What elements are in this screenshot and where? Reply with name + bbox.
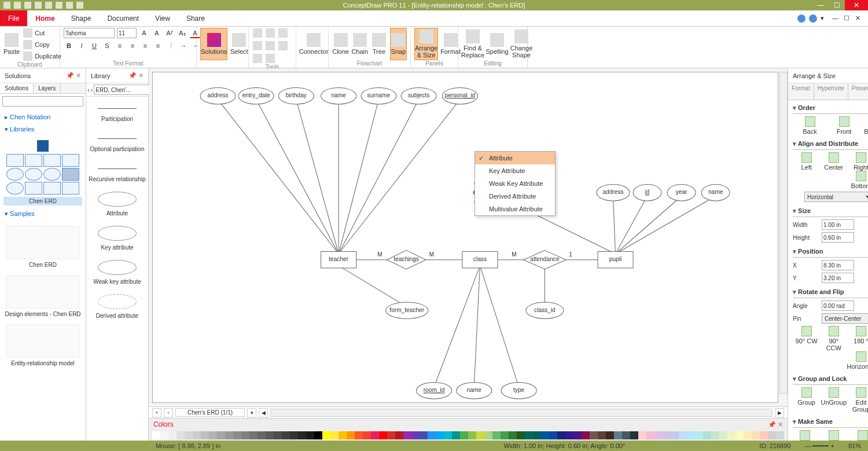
sample-item[interactable]: Entity-relationship model [0,321,86,370]
color-swatch[interactable] [168,431,176,439]
diagram[interactable]: address entry_date birthday name surname… [153,72,778,402]
strike-button[interactable]: S [102,41,112,51]
color-swatch[interactable] [411,431,420,439]
editgroup-button[interactable]: Edit Group [849,387,868,413]
color-swatch[interactable] [152,431,160,439]
same-size-button[interactable]: Size [793,430,817,441]
color-swatch[interactable] [727,431,735,439]
clone-button[interactable]: Clone [332,28,349,60]
color-swatch[interactable] [201,431,209,439]
rot-180-button[interactable]: 180 ° [849,326,868,351]
ctx-item-derived[interactable]: Derived Attribute [475,190,555,203]
cut-button[interactable]: Cut [22,28,62,38]
color-swatch[interactable] [249,431,258,439]
tree-button[interactable]: Tree [370,28,387,60]
paste-button[interactable]: Paste [3,28,20,60]
sec-position[interactable]: Position [793,246,868,258]
sup-button[interactable]: A² [164,28,175,38]
tab-home[interactable]: Home [27,10,62,26]
same-height-button[interactable]: Height [851,430,868,441]
color-swatch[interactable] [403,431,411,439]
thumb[interactable] [6,182,24,195]
color-swatch[interactable] [241,431,249,439]
tab-document[interactable]: Document [99,10,147,26]
tab-share[interactable]: Share [178,10,213,26]
rot-ccw-button[interactable]: 90° CCW [822,326,846,351]
color-swatch[interactable] [598,431,606,439]
color-swatch[interactable] [217,431,225,439]
lib-item[interactable]: Derived attribute [86,289,148,324]
group-button[interactable]: Group [795,387,819,413]
color-swatch[interactable] [460,431,468,439]
color-swatch[interactable] [606,431,614,439]
rot-cw-button[interactable]: 90° CW [795,326,819,351]
angle-input[interactable] [822,300,854,311]
solutions-button[interactable]: Solutions [200,28,227,60]
thumb[interactable] [25,168,42,181]
align-right-button[interactable]: Right [849,152,868,171]
thumb[interactable] [6,168,24,181]
color-swatch[interactable] [622,431,630,439]
tree-chen-notation[interactable]: Chen Notation [5,111,81,123]
tab-shape[interactable]: Shape [63,10,100,26]
thumb[interactable] [62,182,79,195]
tree-libraries[interactable]: Libraries [5,123,81,135]
change-shape-button[interactable]: Change Shape [510,28,532,60]
color-swatch[interactable] [363,431,371,439]
page-dropdown[interactable]: ▾ [247,408,256,417]
tab-solutions[interactable]: Solutions [0,83,34,93]
lib-item[interactable]: Attribute [86,187,148,221]
sample-item[interactable]: Chen ERD [0,222,86,272]
lib-item[interactable]: Recursive relationship [86,157,148,187]
thumb[interactable] [6,154,24,167]
color-swatch[interactable] [274,431,282,439]
chain-button[interactable]: Chain [351,28,368,60]
align-left-button[interactable]: Left [795,152,819,171]
indent-button[interactable]: → [178,41,189,51]
color-swatch[interactable] [160,431,168,439]
color-swatch[interactable] [638,431,646,439]
duplicate-button[interactable]: Duplicate [22,51,62,61]
color-swatch[interactable] [760,431,768,439]
sec-align[interactable]: Align and Distribute [793,138,868,150]
color-swatch[interactable] [209,431,217,439]
thumb[interactable] [25,182,42,195]
back-button[interactable]: Back [798,116,822,135]
color-swatch[interactable] [646,431,654,439]
color-swatch[interactable] [565,431,573,439]
rtab-format[interactable]: Format [788,83,814,100]
color-swatch[interactable] [582,431,590,439]
chevron-icon[interactable]: ▾ [821,14,829,23]
mdi-close-icon[interactable]: ✕ [855,14,863,23]
height-input[interactable] [822,232,854,243]
dist-h-icon[interactable] [793,193,801,201]
color-swatch[interactable] [517,431,525,439]
width-input[interactable] [822,219,854,230]
dec-size-button[interactable]: A [152,28,162,38]
color-swatch[interactable] [436,431,444,439]
color-swatch[interactable] [492,431,501,439]
tool-button[interactable] [252,28,263,38]
color-swatch[interactable] [541,431,549,439]
y-input[interactable] [822,273,854,283]
tool-button[interactable] [265,53,275,64]
align-right-button[interactable]: ≡ [140,41,150,51]
sec-group[interactable]: Group and Lock [793,373,868,385]
mdi-min-icon[interactable]: — [832,14,840,23]
scroll-left-button[interactable]: ◀ [259,408,268,417]
ctx-item-multi[interactable]: Multivalue Attribute [475,203,555,215]
color-swatch[interactable] [509,431,517,439]
lib-item[interactable]: Participation [86,97,148,127]
copy-button[interactable]: Copy [22,39,62,50]
inc-size-button[interactable]: A [139,28,149,38]
color-swatch[interactable] [703,431,711,439]
color-swatch[interactable] [290,431,298,439]
sec-rotate[interactable]: Rotate and Flip [793,287,868,298]
maximize-button[interactable]: ☐ [829,0,845,10]
color-swatch[interactable] [395,431,403,439]
align-center-button[interactable]: Center [822,152,846,171]
color-swatch[interactable] [225,431,233,439]
color-swatch[interactable] [428,431,436,439]
sec-same[interactable]: Make Same [793,416,868,428]
tool-button[interactable] [252,53,263,64]
